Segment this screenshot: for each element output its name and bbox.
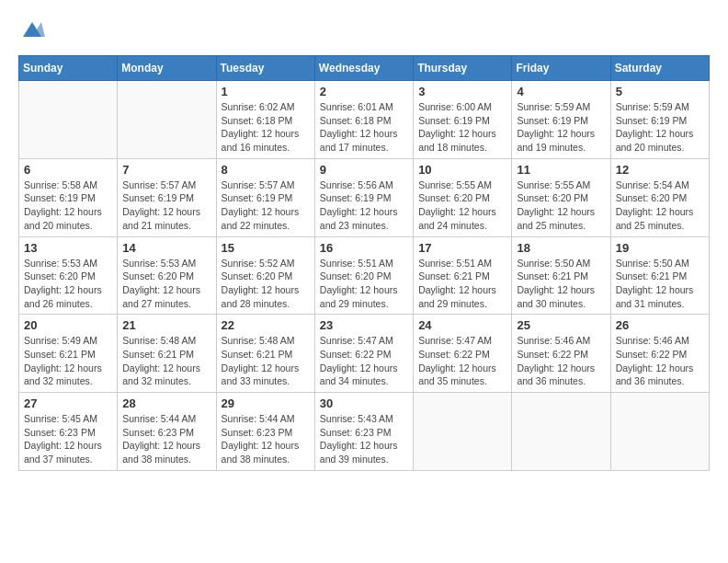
calendar-week-row: 1Sunrise: 6:02 AMSunset: 6:18 PMDaylight…: [19, 81, 710, 159]
day-info: Sunrise: 5:48 AMSunset: 6:21 PMDaylight:…: [122, 334, 210, 388]
calendar-day-cell: 24Sunrise: 5:47 AMSunset: 6:22 PMDayligh…: [414, 315, 512, 393]
day-number: 18: [517, 241, 605, 255]
day-number: 1: [222, 85, 310, 98]
day-info: Sunrise: 5:58 AMSunset: 6:19 PMDaylight:…: [24, 178, 112, 233]
day-info: Sunrise: 5:51 AMSunset: 6:20 PMDaylight:…: [320, 257, 408, 311]
day-number: 15: [222, 241, 310, 255]
weekday-header: Saturday: [610, 56, 709, 81]
day-info: Sunrise: 5:57 AMSunset: 6:19 PMDaylight:…: [222, 178, 310, 233]
day-number: 27: [24, 396, 112, 410]
day-number: 4: [517, 85, 605, 98]
day-number: 28: [122, 396, 210, 410]
calendar-day-cell: 28Sunrise: 5:44 AMSunset: 6:23 PMDayligh…: [118, 393, 216, 471]
calendar-day-cell: 21Sunrise: 5:48 AMSunset: 6:21 PMDayligh…: [118, 315, 216, 393]
calendar-day-cell: 23Sunrise: 5:47 AMSunset: 6:22 PMDayligh…: [314, 315, 413, 393]
day-info: Sunrise: 6:01 AMSunset: 6:18 PMDaylight:…: [320, 100, 408, 155]
calendar-day-cell: 12Sunrise: 5:54 AMSunset: 6:20 PMDayligh…: [610, 158, 709, 236]
calendar-day-cell: 16Sunrise: 5:51 AMSunset: 6:20 PMDayligh…: [314, 236, 413, 315]
calendar-day-cell: 10Sunrise: 5:55 AMSunset: 6:20 PMDayligh…: [414, 158, 512, 236]
calendar-day-cell: 7Sunrise: 5:57 AMSunset: 6:19 PMDaylight…: [118, 158, 216, 236]
day-info: Sunrise: 5:52 AMSunset: 6:20 PMDaylight:…: [222, 257, 310, 311]
weekday-header: Monday: [118, 56, 216, 81]
day-info: Sunrise: 5:53 AMSunset: 6:20 PMDaylight:…: [122, 257, 210, 311]
calendar-day-cell: [512, 393, 610, 471]
weekday-header: Thursday: [414, 56, 512, 81]
day-info: Sunrise: 5:46 AMSunset: 6:22 PMDaylight:…: [517, 334, 605, 388]
calendar-day-cell: 25Sunrise: 5:46 AMSunset: 6:22 PMDayligh…: [512, 315, 610, 393]
day-number: 24: [418, 318, 506, 332]
calendar-day-cell: 19Sunrise: 5:50 AMSunset: 6:21 PMDayligh…: [610, 236, 709, 315]
calendar-week-row: 6Sunrise: 5:58 AMSunset: 6:19 PMDaylight…: [19, 158, 710, 236]
day-info: Sunrise: 5:44 AMSunset: 6:23 PMDaylight:…: [222, 412, 310, 466]
calendar-header-row: SundayMondayTuesdayWednesdayThursdayFrid…: [19, 56, 710, 81]
day-info: Sunrise: 5:47 AMSunset: 6:22 PMDaylight:…: [320, 334, 408, 388]
calendar-day-cell: 11Sunrise: 5:55 AMSunset: 6:20 PMDayligh…: [512, 158, 610, 236]
day-info: Sunrise: 5:48 AMSunset: 6:21 PMDaylight:…: [222, 334, 310, 388]
calendar-day-cell: 15Sunrise: 5:52 AMSunset: 6:20 PMDayligh…: [216, 236, 314, 315]
weekday-header: Wednesday: [314, 56, 413, 81]
day-number: 22: [222, 318, 310, 332]
logo: [18, 18, 48, 40]
calendar-day-cell: 1Sunrise: 6:02 AMSunset: 6:18 PMDaylight…: [216, 81, 314, 159]
calendar-day-cell: 13Sunrise: 5:53 AMSunset: 6:20 PMDayligh…: [19, 236, 118, 315]
weekday-header: Friday: [512, 56, 610, 81]
logo-icon: [19, 18, 47, 40]
day-number: 12: [616, 163, 704, 177]
day-info: Sunrise: 6:00 AMSunset: 6:19 PMDaylight:…: [418, 100, 506, 155]
calendar-day-cell: 5Sunrise: 5:59 AMSunset: 6:19 PMDaylight…: [610, 81, 709, 159]
day-number: 19: [616, 241, 704, 255]
day-number: 26: [616, 318, 704, 332]
day-number: 9: [320, 163, 408, 177]
day-number: 30: [320, 396, 408, 410]
day-number: 16: [320, 241, 408, 255]
calendar-day-cell: 3Sunrise: 6:00 AMSunset: 6:19 PMDaylight…: [414, 81, 512, 159]
day-number: 10: [418, 163, 506, 177]
weekday-header: Tuesday: [216, 56, 314, 81]
calendar-week-row: 13Sunrise: 5:53 AMSunset: 6:20 PMDayligh…: [19, 236, 710, 315]
page-header: [18, 18, 710, 40]
day-info: Sunrise: 5:51 AMSunset: 6:21 PMDaylight:…: [418, 257, 506, 311]
calendar-day-cell: 30Sunrise: 5:43 AMSunset: 6:23 PMDayligh…: [314, 393, 413, 471]
calendar-day-cell: 8Sunrise: 5:57 AMSunset: 6:19 PMDaylight…: [216, 158, 314, 236]
day-info: Sunrise: 5:57 AMSunset: 6:19 PMDaylight:…: [122, 178, 210, 233]
calendar-day-cell: 20Sunrise: 5:49 AMSunset: 6:21 PMDayligh…: [19, 315, 118, 393]
day-number: 2: [320, 85, 408, 98]
day-info: Sunrise: 5:53 AMSunset: 6:20 PMDaylight:…: [24, 257, 112, 311]
day-number: 13: [24, 241, 112, 255]
calendar-day-cell: 18Sunrise: 5:50 AMSunset: 6:21 PMDayligh…: [512, 236, 610, 315]
calendar-week-row: 27Sunrise: 5:45 AMSunset: 6:23 PMDayligh…: [19, 393, 710, 471]
day-number: 25: [517, 318, 605, 332]
day-number: 23: [320, 318, 408, 332]
weekday-header: Sunday: [19, 56, 118, 81]
day-info: Sunrise: 5:59 AMSunset: 6:19 PMDaylight:…: [616, 100, 704, 155]
day-info: Sunrise: 5:55 AMSunset: 6:20 PMDaylight:…: [517, 178, 605, 233]
calendar-day-cell: 6Sunrise: 5:58 AMSunset: 6:19 PMDaylight…: [19, 158, 118, 236]
calendar-day-cell: 29Sunrise: 5:44 AMSunset: 6:23 PMDayligh…: [216, 393, 314, 471]
day-number: 8: [222, 163, 310, 177]
calendar-day-cell: 4Sunrise: 5:59 AMSunset: 6:19 PMDaylight…: [512, 81, 610, 159]
calendar-day-cell: 9Sunrise: 5:56 AMSunset: 6:19 PMDaylight…: [314, 158, 413, 236]
day-number: 21: [122, 318, 210, 332]
day-info: Sunrise: 5:46 AMSunset: 6:22 PMDaylight:…: [616, 334, 704, 388]
calendar-day-cell: 2Sunrise: 6:01 AMSunset: 6:18 PMDaylight…: [314, 81, 413, 159]
day-number: 3: [418, 85, 506, 98]
calendar-day-cell: [19, 81, 118, 159]
calendar-day-cell: 26Sunrise: 5:46 AMSunset: 6:22 PMDayligh…: [610, 315, 709, 393]
day-info: Sunrise: 5:44 AMSunset: 6:23 PMDaylight:…: [122, 412, 210, 466]
day-number: 11: [517, 163, 605, 177]
calendar-table: SundayMondayTuesdayWednesdayThursdayFrid…: [18, 55, 710, 471]
day-number: 20: [24, 318, 112, 332]
day-number: 17: [418, 241, 506, 255]
day-info: Sunrise: 5:55 AMSunset: 6:20 PMDaylight:…: [418, 178, 506, 233]
day-number: 29: [222, 396, 310, 410]
day-info: Sunrise: 5:47 AMSunset: 6:22 PMDaylight:…: [418, 334, 506, 388]
day-info: Sunrise: 6:02 AMSunset: 6:18 PMDaylight:…: [222, 100, 310, 155]
calendar-day-cell: [414, 393, 512, 471]
day-number: 7: [122, 163, 210, 177]
day-number: 14: [122, 241, 210, 255]
calendar-day-cell: 27Sunrise: 5:45 AMSunset: 6:23 PMDayligh…: [19, 393, 118, 471]
day-info: Sunrise: 5:59 AMSunset: 6:19 PMDaylight:…: [517, 100, 605, 155]
calendar-day-cell: 17Sunrise: 5:51 AMSunset: 6:21 PMDayligh…: [414, 236, 512, 315]
calendar-day-cell: 14Sunrise: 5:53 AMSunset: 6:20 PMDayligh…: [118, 236, 216, 315]
calendar-day-cell: [118, 81, 216, 159]
